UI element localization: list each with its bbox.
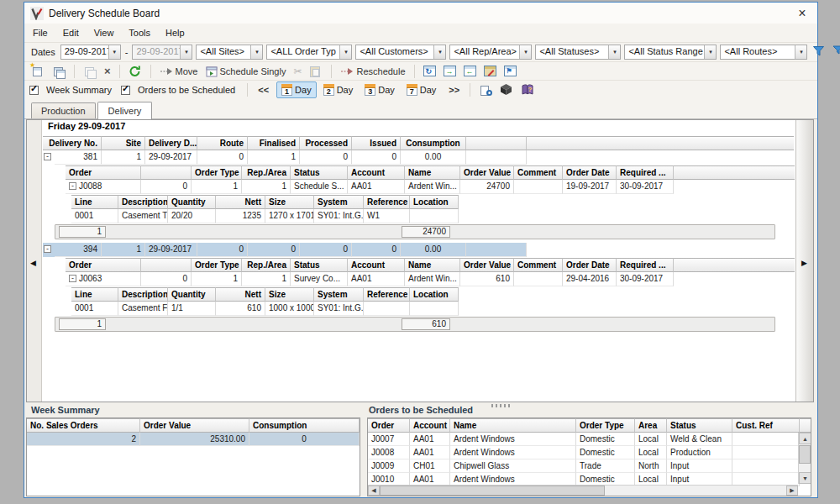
day-button-1[interactable]: 1Day (276, 81, 317, 98)
column-header[interactable]: Site (102, 136, 145, 150)
tab-production[interactable]: Production (31, 102, 96, 118)
tab-delivery[interactable]: Delivery (97, 102, 153, 119)
column-header[interactable]: Nett (216, 287, 265, 302)
column-header[interactable]: Quantity (168, 195, 216, 209)
copy-button[interactable] (81, 64, 98, 79)
dropdown-arrow-icon[interactable]: ▾ (108, 45, 120, 59)
column-header[interactable] (141, 258, 192, 272)
orders-row[interactable]: J0007AA01Ardent WindowsDomesticLocalWeld… (368, 433, 811, 446)
collapse-icon[interactable]: - (44, 245, 51, 253)
column-header[interactable]: Order (368, 418, 410, 433)
column-header[interactable]: Required ... (617, 165, 674, 180)
delivery-row[interactable]: -381129-09-201701000.00 (43, 150, 794, 165)
horizontal-scroll-thumb[interactable] (380, 486, 605, 496)
dropdown-arrow-icon[interactable]: ▾ (795, 45, 806, 59)
column-header[interactable] (466, 136, 527, 150)
scroll-left-icon[interactable]: ◀ (368, 486, 380, 496)
board-view-button[interactable]: ↻ (422, 65, 438, 77)
column-header[interactable]: No. Sales Orders (27, 418, 140, 433)
orders-row[interactable]: J0009CH01Chipwell GlassTradeNorthInput (368, 459, 811, 473)
scroll-down-icon[interactable]: ▼ (799, 472, 811, 484)
dropdown-arrow-icon[interactable]: ▾ (608, 45, 620, 59)
column-header[interactable]: Finalised (248, 136, 300, 150)
column-header[interactable]: Nett (216, 195, 265, 209)
column-header[interactable]: Processed (300, 136, 352, 150)
order-row[interactable]: -J0063011Survey Co...AA01Ardent Win...61… (66, 272, 795, 286)
column-header[interactable]: Required ... (617, 258, 674, 272)
move-button[interactable]: Move (158, 66, 200, 77)
scroll-left-icon[interactable]: ◀ (30, 259, 36, 267)
column-header[interactable]: Rep./Area (242, 165, 291, 180)
column-header[interactable]: Cust. Ref (732, 418, 800, 433)
column-header[interactable]: Comment (514, 165, 563, 180)
order-row[interactable]: -J0088011Schedule S...AA01Ardent Win...2… (66, 180, 795, 194)
splitter-grip[interactable] (491, 404, 510, 407)
dropdown-arrow-icon[interactable]: ▾ (250, 45, 262, 59)
clear-filter-button[interactable]: × (831, 45, 840, 60)
column-header[interactable]: Quantity (168, 287, 216, 302)
column-header[interactable]: Route (197, 136, 248, 150)
column-header[interactable]: Order (66, 165, 141, 180)
line-row[interactable]: 0001Casement T...20/2012351270 x 1701SY0… (71, 209, 459, 223)
column-header[interactable]: Account (348, 258, 405, 272)
column-header[interactable]: Status (291, 258, 348, 272)
filter-combo-1[interactable]: <ALL Order Typ▾ (266, 45, 352, 60)
next-period-button[interactable]: >> (445, 85, 463, 95)
line-row[interactable]: 0001Casement F...1/16101000 x 1000SY01: … (71, 302, 459, 316)
dropdown-arrow-icon[interactable]: ▾ (180, 45, 192, 59)
close-button[interactable]: × (793, 7, 811, 20)
collapse-icon[interactable]: - (69, 182, 76, 190)
day-button-2[interactable]: 2Day (318, 81, 359, 98)
filter-combo-0[interactable]: <All Sites>▾ (196, 45, 263, 60)
column-header[interactable]: Order Date (563, 258, 617, 272)
scroll-right-icon[interactable]: ▶ (786, 486, 798, 496)
import-button[interactable]: ← (462, 65, 478, 77)
column-header[interactable]: Comment (514, 258, 563, 272)
reschedule-button[interactable]: Reschedule (339, 66, 407, 77)
collapse-icon[interactable]: - (69, 275, 76, 282)
column-header[interactable]: Delivery D... (145, 136, 197, 150)
menu-edit[interactable]: Edit (63, 26, 87, 39)
column-header[interactable]: Delivery No. (43, 136, 102, 150)
column-header[interactable]: Location (410, 195, 459, 209)
column-header[interactable]: Consumption (249, 418, 360, 433)
filter-combo-4[interactable]: <All Statuses>▾ (535, 45, 621, 60)
column-header[interactable]: Rep./Area (242, 258, 291, 272)
delivery-row[interactable]: -394129-09-201700000.00 (43, 243, 794, 257)
column-header[interactable]: Order Type (192, 258, 242, 272)
dropdown-arrow-icon[interactable]: ▾ (704, 45, 716, 59)
menu-tools[interactable]: Tools (129, 26, 159, 39)
column-header[interactable]: Consumption (401, 136, 466, 150)
column-header[interactable]: Order Date (563, 165, 617, 180)
column-header[interactable] (141, 165, 192, 180)
paste-button[interactable] (307, 64, 324, 79)
previous-period-button[interactable]: << (255, 85, 272, 95)
schedule-singly-button[interactable]: Schedule Singly (204, 65, 288, 78)
column-header[interactable]: Size (265, 195, 314, 209)
column-header[interactable]: Status (667, 418, 732, 433)
week-summary-row[interactable]: 225310.000 (27, 433, 360, 446)
column-header[interactable]: System (314, 195, 364, 209)
duplicate-schedule-button[interactable] (50, 64, 67, 79)
column-header[interactable]: Order Value (460, 165, 514, 180)
collapse-icon[interactable]: - (44, 153, 51, 160)
column-header[interactable]: Status (291, 165, 348, 180)
refresh-button[interactable] (127, 64, 144, 79)
column-header[interactable]: Account (348, 165, 405, 180)
column-header[interactable]: Location (410, 287, 459, 302)
vertical-scroll-thumb[interactable] (799, 445, 811, 464)
week-summary-checkbox[interactable]: ✓ (29, 86, 39, 95)
day-button-3[interactable]: 3Day (360, 81, 400, 98)
help-button[interactable]: ? (519, 82, 536, 97)
column-header[interactable]: Size (265, 287, 314, 302)
horizontal-scroll-track[interactable] (605, 486, 786, 496)
cut-button[interactable]: ✂ (291, 65, 303, 78)
day-button-7[interactable]: 7Day (402, 81, 442, 98)
orders-to-be-scheduled-checkbox[interactable]: ✓ (121, 86, 130, 95)
column-header[interactable]: Order Value (460, 258, 514, 272)
column-header[interactable]: Account (410, 418, 450, 433)
filter-combo-2[interactable]: <All Customers>▾ (355, 45, 446, 60)
delete-button[interactable]: × (102, 65, 113, 78)
horizontal-scrollbar[interactable]: ◀ ▶ (368, 485, 798, 496)
menu-file[interactable]: File (33, 26, 56, 39)
